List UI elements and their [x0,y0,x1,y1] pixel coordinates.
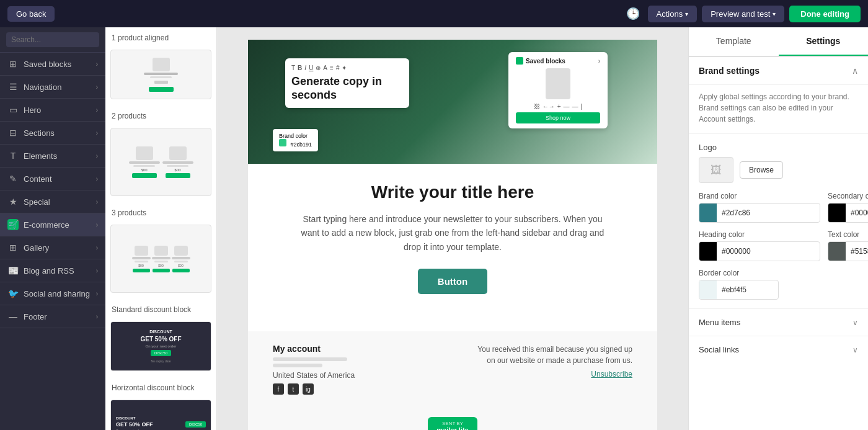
footer-left: My account United States of America f t … [273,344,355,395]
social-links-title: Social links [699,345,739,354]
topbar-right: 🕒 Actions ▾ Preview and test ▾ Done edit… [623,4,861,24]
text-color-label: Text color [828,230,868,239]
actions-button[interactable]: Actions ▾ [648,6,698,22]
sidebar-item-footer[interactable]: — Footer › [0,305,105,328]
secondary-color-input[interactable] [846,208,868,217]
history-button[interactable]: 🕒 [623,4,643,24]
gallery-chevron-icon: › [96,244,98,251]
email-body-text: Start typing here and introduce your new… [298,212,608,254]
email-footer: My account United States of America f t … [248,331,657,407]
footer-line-2 [273,364,322,367]
block-horizontal-discount[interactable]: DISCOUNT GET 50% OFF On your next order … [105,396,216,430]
right-tabs: Template Settings [689,27,868,57]
sidebar-item-blog-rss[interactable]: 📰 Blog and RSS › [0,259,105,282]
twitter-icon[interactable]: t [288,383,299,395]
block-2-products[interactable]: $00 $00 [105,124,216,202]
brand-color-label: Brand color [699,192,820,200]
blog-icon: 📰 [7,265,19,276]
border-color-field: Border color [699,269,858,300]
heading-color-input[interactable] [717,247,820,256]
sidebar-item-social-sharing[interactable]: 🐦 Social and sharing › [0,282,105,305]
block-1-product-aligned[interactable] [105,46,216,105]
mailerlite-brand-label: mailer lite [436,426,468,430]
content-chevron-icon: › [96,176,98,182]
brand-color-swatch [279,139,286,146]
sidebar-item-sections[interactable]: ⊟ Sections › [0,122,105,145]
gallery-icon: ⊞ [7,242,19,253]
hero-generate-text: Generate copy in seconds [291,75,403,102]
menu-items-chevron-icon: ∨ [852,318,858,327]
right-panel: Template Settings Brand settings ∧ Apply… [688,27,868,430]
special-icon: ★ [7,196,19,207]
go-back-button[interactable]: Go back [7,6,55,22]
instagram-icon[interactable]: ig [303,383,314,395]
hero-card-generate: T B I U ⊕ A ≡ # ✦ Generate copy in secon… [285,58,409,108]
block-label-3-products: 3 products [105,202,216,221]
browse-button[interactable]: Browse [740,161,783,179]
tab-template[interactable]: Template [689,27,779,56]
brand-color-field: Brand color [699,192,820,223]
block-preview-standard-discount: DISCOUNT GET 50% OFF On your next order … [110,321,211,371]
sidebar-item-content[interactable]: ✎ Content › [0,168,105,190]
footer-right: You received this email because you sign… [471,344,632,378]
ecommerce-icon: 🛒 [7,219,19,230]
brand-color-input[interactable] [717,208,820,217]
topbar: Go back 🕒 Actions ▾ Preview and test ▾ D… [0,0,868,27]
footer-line-1 [273,357,347,361]
hero-shirt-image [546,68,570,99]
tab-settings[interactable]: Settings [779,27,869,56]
unsubscribe-link[interactable]: Unsubscribe [471,370,632,378]
text-color-swatch [828,242,846,261]
blocks-panel: 1 product aligned 2 products [105,27,217,430]
footer-account-title: My account [273,344,355,354]
sidebar-item-navigation[interactable]: ☰ Navigation › [0,76,105,99]
sidebar-item-hero[interactable]: ▭ Hero › [0,99,105,122]
actions-chevron-icon: ▾ [685,11,688,17]
logo-label: Logo [699,143,858,152]
facebook-icon[interactable]: f [273,383,284,395]
secondary-color-label: Secondary color [828,192,868,200]
menu-items-header[interactable]: Menu items ∨ [689,309,868,336]
sidebar-item-saved-blocks[interactable]: ⊞ Saved blocks › [0,53,105,76]
search-input[interactable] [6,32,99,47]
heading-color-field: Heading color [699,230,820,261]
sidebar-item-gallery[interactable]: ⊞ Gallery › [0,236,105,259]
brand-settings-chevron-icon[interactable]: ∧ [852,66,858,76]
block-preview-horizontal-discount: DISCOUNT GET 50% OFF On your next order … [110,400,211,430]
block-3-products[interactable]: $00 $00 $00 [105,221,216,299]
border-color-input[interactable] [717,285,779,294]
sections-chevron-icon: › [96,130,98,137]
block-label-1-product: 1 product aligned [105,27,216,46]
content-icon: ✎ [7,173,19,184]
canvas: T B I U ⊕ A ≡ # ✦ Generate copy in secon… [217,27,688,430]
social-links-header[interactable]: Social links ∨ [689,336,868,363]
sidebar-item-ecommerce[interactable]: 🛒 E-commerce › [0,213,105,236]
social-chevron-icon: › [96,290,98,297]
hero-brand-card: Brand color #2cb191 [273,129,318,151]
sidebar: ⊞ Saved blocks › ☰ Navigation › ▭ Hero ›… [0,27,105,430]
block-label-standard-discount: Standard discount block [105,299,216,318]
sidebar-item-elements[interactable]: T Elements › [0,145,105,168]
sent-by-label: SENT BY [436,421,468,426]
email-hero: T B I U ⊕ A ≡ # ✦ Generate copy in secon… [248,40,657,164]
color-grid: Brand color Secondary color [699,192,858,261]
mailerlite-logo: SENT BY mailer lite [428,417,477,430]
done-editing-button[interactable]: Done editing [789,6,861,22]
logo-section: Logo 🖼 Browse Brand color [689,134,868,308]
sidebar-item-special[interactable]: ★ Special › [0,190,105,213]
search-box [0,27,105,53]
hero-chevron-icon: › [96,107,98,114]
special-chevron-icon: › [96,199,98,205]
email-cta-button[interactable]: Button [418,269,487,294]
saved-blocks-chevron-icon: › [96,61,98,68]
preview-button[interactable]: Preview and test ▾ [702,6,784,22]
block-standard-discount[interactable]: DISCOUNT GET 50% OFF On your next order … [105,318,216,377]
social-links-chevron-icon: ∨ [852,346,858,354]
footer-country: United States of America [273,371,355,380]
border-color-swatch [699,280,717,299]
menu-items-title: Menu items [699,318,740,327]
text-color-input[interactable] [846,247,868,256]
footer-icon: — [7,311,19,322]
block-preview-1-product [110,50,211,99]
sections-icon: ⊟ [7,127,19,138]
